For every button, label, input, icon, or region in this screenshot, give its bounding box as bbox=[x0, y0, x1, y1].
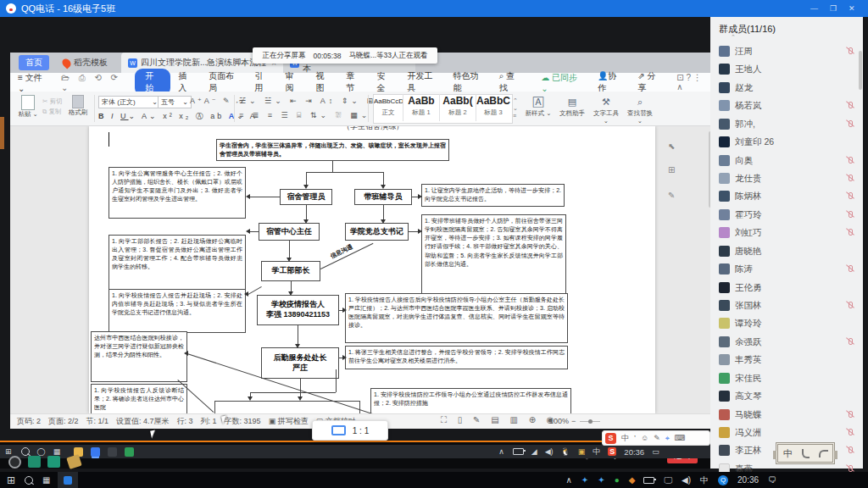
task-view-icon[interactable]: ▦ bbox=[53, 447, 61, 456]
member-row[interactable]: 高文琴 bbox=[710, 388, 863, 404]
desktop-icon-green-2[interactable] bbox=[47, 456, 60, 468]
style-heading2[interactable]: AaBb(标题 2 bbox=[440, 94, 476, 121]
close-icon[interactable]: ✕ bbox=[849, 4, 855, 13]
muted-mic-icon[interactable] bbox=[846, 446, 854, 455]
text-tools-button[interactable]: ⚒文字工具 ⌄ bbox=[590, 94, 622, 125]
display-icon[interactable]: 🖵 bbox=[664, 475, 672, 485]
sogou-tray-icon[interactable]: S bbox=[608, 447, 616, 456]
punctuation-icon[interactable]: ’ bbox=[634, 434, 636, 442]
zoom-slider-knob[interactable] bbox=[588, 419, 593, 424]
qq-taskbar-button[interactable] bbox=[58, 472, 78, 488]
muted-mic-icon[interactable] bbox=[846, 119, 854, 129]
member-row[interactable]: 冯义洲 bbox=[710, 424, 863, 441]
font-grow-shrink-icons[interactable]: A⁺A⁻ ✎ 𝒜 bbox=[190, 97, 247, 106]
app-icon-dark[interactable] bbox=[108, 447, 117, 457]
start-button-icon[interactable]: ⊞ bbox=[7, 474, 15, 486]
member-row[interactable]: 霍巧玲 bbox=[710, 207, 863, 223]
collaborate-button[interactable]: 👤协作 bbox=[590, 70, 630, 94]
sync-status[interactable]: ☁ 已同步 ⌄ bbox=[533, 72, 590, 93]
clock[interactable]: 20:36 bbox=[737, 475, 759, 485]
search-icon[interactable] bbox=[21, 447, 30, 456]
word-count[interactable]: 字数: 3195 bbox=[225, 416, 261, 427]
tencent-q-icon[interactable]: Q bbox=[718, 475, 728, 485]
member-row[interactable]: 丰秀英 bbox=[710, 352, 863, 368]
member-row[interactable]: 杨若岚 bbox=[710, 97, 863, 114]
maximize-icon[interactable]: ❐ bbox=[830, 4, 837, 13]
sogou-ime-toolbar[interactable]: S 中 ’ ☺ ✎ ⌖ ⌨ bbox=[602, 430, 710, 446]
search-icon[interactable] bbox=[25, 476, 33, 485]
member-row[interactable]: 龙仕贵 bbox=[710, 170, 863, 186]
ime-indicator[interactable]: 中 bbox=[700, 474, 709, 486]
font-name-select[interactable]: 宋体 (正文)⌄ bbox=[98, 96, 161, 108]
ime-status-stamp[interactable]: 中 bbox=[776, 442, 835, 464]
member-row[interactable]: 王地人 bbox=[710, 61, 863, 77]
tray-chevron-icon[interactable]: ∧ bbox=[566, 475, 572, 485]
cortana-icon[interactable]: ◯ bbox=[37, 447, 46, 456]
zoom-slider[interactable] bbox=[580, 421, 600, 422]
menu-dev-tools[interactable]: 开发工具 bbox=[400, 70, 446, 94]
menu-page-layout[interactable]: 页面布局 bbox=[201, 70, 247, 94]
member-row[interactable]: 赵龙 bbox=[710, 80, 863, 96]
muted-mic-icon[interactable] bbox=[846, 228, 854, 237]
paste-button[interactable]: 粘贴 ⌄ bbox=[17, 95, 39, 119]
muted-mic-icon[interactable] bbox=[846, 174, 854, 183]
member-row[interactable]: 郭冲, bbox=[710, 116, 863, 132]
emoji-icon[interactable]: ☺ bbox=[641, 434, 648, 442]
keyboard-icon[interactable]: ⌨ bbox=[675, 434, 686, 442]
speaker-icon[interactable]: ◀) bbox=[545, 447, 554, 456]
member-row[interactable]: 马晓蝶 bbox=[710, 407, 863, 423]
member-row[interactable]: 陈涛 bbox=[710, 261, 863, 277]
style-heading1[interactable]: AaBb标题 1 bbox=[403, 94, 440, 121]
menu-find[interactable]: ⌕ 查找 bbox=[492, 70, 529, 94]
member-row[interactable]: 刘童印 26 bbox=[710, 134, 863, 150]
font-size-select[interactable]: 五号⌄ bbox=[158, 96, 192, 108]
sogou-logo-icon[interactable]: S bbox=[605, 433, 616, 444]
muted-mic-icon[interactable] bbox=[846, 210, 854, 219]
start-button-icon[interactable]: ⊞ bbox=[5, 447, 12, 456]
muted-mic-icon[interactable] bbox=[846, 301, 854, 310]
menu-review[interactable]: 审阅 bbox=[277, 70, 308, 94]
tray-chevron-icon[interactable]: ∧ bbox=[498, 447, 504, 456]
muted-mic-icon[interactable] bbox=[846, 47, 854, 56]
muted-mic-icon[interactable] bbox=[846, 191, 854, 201]
member-row[interactable]: 唐晓艳 bbox=[710, 243, 863, 259]
member-row[interactable]: 张国林 bbox=[710, 297, 863, 313]
mic-icon[interactable]: ⌖ bbox=[665, 434, 670, 443]
spellcheck-toggle[interactable]: ▣ 拼写检查 bbox=[269, 416, 309, 427]
quick-access-icons[interactable]: 🗁 ⎙ ⟲ ⟳ ⌄ bbox=[61, 73, 130, 92]
tab-templates[interactable]: 稻壳模板 bbox=[56, 55, 114, 70]
cut-copy-group[interactable]: ✂ 剪切⧉ 复制 bbox=[42, 97, 62, 117]
wps-taskbar-icon[interactable] bbox=[91, 447, 100, 457]
tray-shield-icon[interactable]: ◆ bbox=[629, 475, 636, 485]
speaker-icon[interactable]: ◀) bbox=[682, 475, 691, 485]
desktop-icon-green-1[interactable] bbox=[28, 456, 41, 468]
ime-indicator[interactable]: 中 bbox=[593, 446, 600, 458]
member-row[interactable]: 王伦勇 bbox=[710, 280, 863, 296]
tray-star-icon-1[interactable]: ✦ bbox=[581, 475, 588, 485]
window-tools-icons[interactable]: ⊡ ? ⋮ ∧ bbox=[669, 73, 715, 92]
member-row[interactable]: 向奥 bbox=[710, 152, 863, 169]
scroll-up-icon[interactable]: ⌃ bbox=[731, 34, 736, 41]
edit-tool-icon[interactable]: ✎ bbox=[668, 191, 675, 200]
share-banner[interactable]: 正在分享屏幕 00:05:38 马晓蝶...等33人正在观看 bbox=[253, 47, 437, 64]
muted-mic-icon[interactable] bbox=[846, 428, 854, 437]
style-gallery-scroll[interactable]: ⌃⌄≡ bbox=[513, 97, 518, 119]
select-tool-icon[interactable]: ⬉ bbox=[668, 141, 675, 151]
pen-icon[interactable]: ✎ bbox=[654, 434, 660, 442]
qq-penguin-icon[interactable]: 🐧 bbox=[561, 447, 570, 456]
member-row[interactable]: 宋佳民 bbox=[710, 370, 863, 386]
member-row[interactable]: 汪周 bbox=[710, 43, 863, 59]
desktop-icon-camera[interactable] bbox=[8, 456, 21, 469]
menu-references[interactable]: 引用 bbox=[247, 70, 277, 94]
clock[interactable]: 20:36 bbox=[624, 447, 644, 457]
muted-mic-icon[interactable] bbox=[846, 156, 854, 165]
tray-star-icon-2[interactable]: ✦ bbox=[598, 475, 604, 485]
member-row[interactable]: 陈炳林 bbox=[710, 188, 863, 204]
doc-assistant-button[interactable]: ▤文档助手 bbox=[556, 94, 588, 117]
zoom-out-button[interactable]: − bbox=[571, 417, 576, 425]
ime-mode[interactable]: 中 bbox=[621, 433, 629, 444]
menu-security[interactable]: 安全 bbox=[370, 70, 400, 94]
member-row[interactable]: 谭玲玲 bbox=[710, 315, 863, 331]
new-style-button[interactable]: 🄰新样式 ⌄ bbox=[522, 94, 554, 117]
notification-icon[interactable]: ▭ bbox=[652, 447, 659, 456]
